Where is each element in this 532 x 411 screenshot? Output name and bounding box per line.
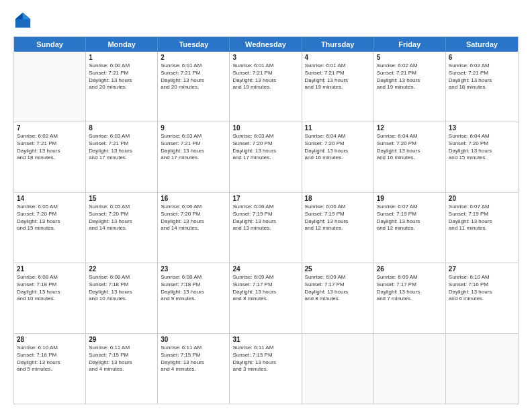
cell-info-line: Sunset: 7:20 PM [161,211,226,218]
day-cell-10: 10Sunrise: 6:03 AMSunset: 7:20 PMDayligh… [230,122,302,192]
cell-info-line: Daylight: 13 hours [89,218,154,226]
cell-info-line: Sunrise: 6:06 AM [161,203,226,211]
cell-info-line: Sunset: 7:21 PM [17,140,83,148]
cell-info-line: Daylight: 13 hours [161,289,226,296]
day-number: 11 [305,124,371,132]
cell-info-line: Sunset: 7:18 PM [161,281,226,289]
cell-info-line: and 20 minutes. [161,84,226,91]
cell-info-line: Sunset: 7:20 PM [89,211,154,218]
cell-info-line: Sunset: 7:21 PM [89,70,154,77]
cell-info-line: Sunrise: 6:06 AM [305,203,371,211]
cell-info-line: Sunset: 7:19 PM [305,211,371,218]
cell-info-line: Sunset: 7:21 PM [377,70,443,77]
day-cell-12: 12Sunrise: 6:04 AMSunset: 7:20 PMDayligh… [374,122,446,192]
day-cell-28: 28Sunrise: 6:10 AMSunset: 7:16 PMDayligh… [14,334,86,404]
cell-info-line: Sunrise: 6:09 AM [232,274,298,281]
day-number: 10 [232,124,298,132]
day-cell-5: 5Sunrise: 6:02 AMSunset: 7:21 PMDaylight… [374,52,446,122]
day-cell-1: 1Sunrise: 6:00 AMSunset: 7:21 PMDaylight… [86,52,158,122]
cell-info-line: and 19 minutes. [305,84,371,91]
cell-info-line: and 16 minutes. [377,154,443,162]
cell-info-line: and 17 minutes. [232,154,298,162]
empty-cell-4-5 [374,334,446,404]
day-number: 5 [377,54,443,61]
cell-info-line: Sunset: 7:17 PM [232,281,298,289]
cell-info-line: Sunrise: 6:05 AM [17,203,83,211]
cell-info-line: Daylight: 13 hours [305,148,371,155]
day-cell-17: 17Sunrise: 6:06 AMSunset: 7:19 PMDayligh… [230,193,302,263]
day-number: 6 [449,54,515,61]
logo [13,11,35,30]
cell-info-line: Daylight: 13 hours [449,218,515,226]
cell-info-line: and 13 minutes. [232,225,298,232]
empty-cell-4-6 [446,334,518,404]
cell-info-line: and 9 minutes. [161,295,226,303]
cell-info-line: and 19 minutes. [377,84,443,91]
cell-info-line: Sunrise: 6:02 AM [17,133,83,140]
cell-info-line: Sunrise: 6:00 AM [89,62,154,70]
cell-info-line: and 7 minutes. [377,295,443,303]
cell-info-line: Daylight: 13 hours [161,148,226,155]
day-of-week-wednesday: Wednesday [230,37,302,52]
empty-cell-0-0 [14,52,86,122]
cell-info-line: Daylight: 13 hours [305,77,371,85]
day-of-week-saturday: Saturday [446,37,518,52]
cell-info-line: Sunset: 7:21 PM [449,70,515,77]
day-number: 16 [161,195,226,202]
cell-info-line: and 16 minutes. [305,154,371,162]
cell-info-line: and 14 minutes. [161,225,226,232]
cell-info-line: and 19 minutes. [232,84,298,91]
cell-info-line: Daylight: 13 hours [17,359,83,367]
day-cell-7: 7Sunrise: 6:02 AMSunset: 7:21 PMDaylight… [14,122,86,192]
cell-info-line: Daylight: 13 hours [232,77,298,85]
day-number: 14 [17,195,83,202]
cell-info-line: Daylight: 13 hours [89,148,154,155]
cell-info-line: Sunrise: 6:02 AM [377,62,443,70]
cell-info-line: Sunrise: 6:08 AM [89,274,154,281]
cell-info-line: Sunset: 7:18 PM [89,281,154,289]
cell-info-line: Daylight: 13 hours [377,289,443,296]
cell-info-line: Sunset: 7:20 PM [377,140,443,148]
day-number: 15 [89,195,154,202]
cell-info-line: Daylight: 13 hours [161,218,226,226]
cell-info-line: Sunrise: 6:08 AM [161,274,226,281]
cell-info-line: Sunset: 7:21 PM [305,70,371,77]
day-number: 7 [17,124,83,132]
cell-info-line: and 14 minutes. [89,225,154,232]
day-number: 22 [89,265,154,273]
day-number: 30 [161,336,226,343]
day-number: 21 [17,265,83,273]
day-number: 31 [232,336,298,343]
day-number: 8 [89,124,154,132]
cell-info-line: Daylight: 13 hours [17,218,83,226]
cell-info-line: Daylight: 13 hours [89,359,154,367]
cell-info-line: Daylight: 13 hours [449,289,515,296]
cell-info-line: Sunset: 7:21 PM [89,140,154,148]
cell-info-line: Sunset: 7:21 PM [232,70,298,77]
cell-info-line: Sunrise: 6:01 AM [305,62,371,70]
cell-info-line: Sunset: 7:18 PM [17,281,83,289]
cell-info-line: Sunrise: 6:08 AM [17,274,83,281]
cell-info-line: and 4 minutes. [161,366,226,373]
cell-info-line: Daylight: 13 hours [232,148,298,155]
cell-info-line: Sunrise: 6:10 AM [449,274,515,281]
cell-info-line: and 15 minutes. [449,154,515,162]
cell-info-line: Sunrise: 6:03 AM [161,133,226,140]
day-cell-22: 22Sunrise: 6:08 AMSunset: 7:18 PMDayligh… [86,263,158,333]
calendar-body: 1Sunrise: 6:00 AMSunset: 7:21 PMDaylight… [14,52,518,404]
day-number: 18 [305,195,371,202]
day-cell-9: 9Sunrise: 6:03 AMSunset: 7:21 PMDaylight… [158,122,230,192]
calendar-row-4: 28Sunrise: 6:10 AMSunset: 7:16 PMDayligh… [14,334,518,404]
day-cell-19: 19Sunrise: 6:07 AMSunset: 7:19 PMDayligh… [374,193,446,263]
cell-info-line: Daylight: 13 hours [305,289,371,296]
cell-info-line: Sunset: 7:21 PM [161,70,226,77]
cell-info-line: Sunrise: 6:07 AM [377,203,443,211]
day-of-week-monday: Monday [86,37,158,52]
day-number: 26 [377,265,443,273]
cell-info-line: Daylight: 13 hours [305,218,371,226]
day-cell-16: 16Sunrise: 6:06 AMSunset: 7:20 PMDayligh… [158,193,230,263]
cell-info-line: Sunrise: 6:01 AM [161,62,226,70]
cell-info-line: Sunrise: 6:11 AM [89,345,154,352]
day-number: 13 [449,124,515,132]
cell-info-line: Daylight: 13 hours [377,148,443,155]
